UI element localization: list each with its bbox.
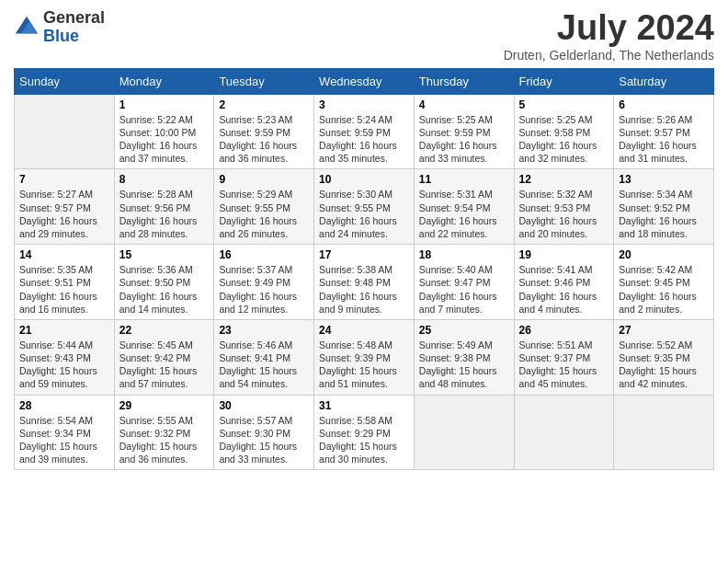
day-info: Sunrise: 5:23 AMSunset: 9:59 PMDaylight:… <box>219 113 309 166</box>
day-number: 25 <box>419 324 509 337</box>
day-number: 17 <box>319 248 409 261</box>
day-number: 10 <box>319 173 409 186</box>
day-number: 29 <box>119 399 210 412</box>
logo: General Blue <box>14 9 105 46</box>
calendar-cell: 1Sunrise: 5:22 AMSunset: 10:00 PMDayligh… <box>114 94 214 169</box>
calendar-cell: 23Sunrise: 5:46 AMSunset: 9:41 PMDayligh… <box>214 319 314 395</box>
calendar-cell: 14Sunrise: 5:35 AMSunset: 9:51 PMDayligh… <box>15 245 115 320</box>
day-info: Sunrise: 5:22 AMSunset: 10:00 PMDaylight… <box>119 113 210 166</box>
day-info: Sunrise: 5:25 AMSunset: 9:58 PMDaylight:… <box>519 113 609 166</box>
calendar-cell: 2Sunrise: 5:23 AMSunset: 9:59 PMDaylight… <box>214 94 314 169</box>
logo-general: General <box>43 9 105 28</box>
day-info: Sunrise: 5:55 AMSunset: 9:32 PMDaylight:… <box>119 414 210 466</box>
calendar-cell: 16Sunrise: 5:37 AMSunset: 9:49 PMDayligh… <box>214 245 314 320</box>
calendar-cell: 15Sunrise: 5:36 AMSunset: 9:50 PMDayligh… <box>114 245 214 320</box>
day-number: 7 <box>19 173 109 186</box>
day-number: 8 <box>119 173 210 186</box>
calendar-cell: 3Sunrise: 5:24 AMSunset: 9:59 PMDaylight… <box>314 94 415 169</box>
day-number: 28 <box>19 399 109 412</box>
calendar-cell: 8Sunrise: 5:28 AMSunset: 9:56 PMDaylight… <box>114 169 214 245</box>
calendar-cell: 24Sunrise: 5:48 AMSunset: 9:39 PMDayligh… <box>314 319 415 395</box>
day-info: Sunrise: 5:52 AMSunset: 9:35 PMDaylight:… <box>619 339 709 391</box>
calendar-cell: 28Sunrise: 5:54 AMSunset: 9:34 PMDayligh… <box>15 395 115 470</box>
calendar-cell <box>15 94 115 169</box>
day-info: Sunrise: 5:38 AMSunset: 9:48 PMDaylight:… <box>319 263 409 316</box>
calendar-cell: 10Sunrise: 5:30 AMSunset: 9:55 PMDayligh… <box>314 169 415 245</box>
calendar-cell: 29Sunrise: 5:55 AMSunset: 9:32 PMDayligh… <box>114 395 214 470</box>
logo-text: General Blue <box>43 9 105 46</box>
calendar-cell: 21Sunrise: 5:44 AMSunset: 9:43 PMDayligh… <box>15 319 115 395</box>
logo-blue: Blue <box>43 28 105 46</box>
day-info: Sunrise: 5:28 AMSunset: 9:56 PMDaylight:… <box>119 188 210 240</box>
day-info: Sunrise: 5:46 AMSunset: 9:41 PMDaylight:… <box>219 339 309 391</box>
day-info: Sunrise: 5:48 AMSunset: 9:39 PMDaylight:… <box>319 339 409 391</box>
month-title: July 2024 <box>504 9 714 48</box>
calendar-week-3: 14Sunrise: 5:35 AMSunset: 9:51 PMDayligh… <box>15 245 714 320</box>
calendar-week-2: 7Sunrise: 5:27 AMSunset: 9:57 PMDaylight… <box>15 169 714 245</box>
day-number: 5 <box>519 98 609 111</box>
day-info: Sunrise: 5:32 AMSunset: 9:53 PMDaylight:… <box>519 188 609 240</box>
day-info: Sunrise: 5:51 AMSunset: 9:37 PMDaylight:… <box>519 339 609 391</box>
day-number: 9 <box>219 173 309 186</box>
calendar-cell: 9Sunrise: 5:29 AMSunset: 9:55 PMDaylight… <box>214 169 314 245</box>
day-number: 19 <box>519 248 609 261</box>
day-info: Sunrise: 5:58 AMSunset: 9:29 PMDaylight:… <box>319 414 409 466</box>
day-number: 31 <box>319 399 409 412</box>
calendar-cell: 13Sunrise: 5:34 AMSunset: 9:52 PMDayligh… <box>614 169 714 245</box>
day-number: 16 <box>219 248 309 261</box>
calendar-week-4: 21Sunrise: 5:44 AMSunset: 9:43 PMDayligh… <box>15 319 714 395</box>
calendar-cell: 25Sunrise: 5:49 AMSunset: 9:38 PMDayligh… <box>414 319 514 395</box>
day-number: 13 <box>619 173 709 186</box>
calendar-cell: 31Sunrise: 5:58 AMSunset: 9:29 PMDayligh… <box>314 395 415 470</box>
calendar-cell: 6Sunrise: 5:26 AMSunset: 9:57 PMDaylight… <box>614 94 714 169</box>
day-info: Sunrise: 5:40 AMSunset: 9:47 PMDaylight:… <box>419 263 509 316</box>
day-number: 4 <box>419 98 509 111</box>
day-info: Sunrise: 5:31 AMSunset: 9:54 PMDaylight:… <box>419 188 509 240</box>
col-saturday: Saturday <box>614 68 714 94</box>
calendar-cell: 22Sunrise: 5:45 AMSunset: 9:42 PMDayligh… <box>114 319 214 395</box>
day-info: Sunrise: 5:25 AMSunset: 9:59 PMDaylight:… <box>419 113 509 166</box>
day-info: Sunrise: 5:41 AMSunset: 9:46 PMDaylight:… <box>519 263 609 316</box>
day-number: 26 <box>519 324 609 337</box>
day-info: Sunrise: 5:45 AMSunset: 9:42 PMDaylight:… <box>119 339 210 391</box>
day-info: Sunrise: 5:26 AMSunset: 9:57 PMDaylight:… <box>619 113 709 166</box>
calendar-week-5: 28Sunrise: 5:54 AMSunset: 9:34 PMDayligh… <box>15 395 714 470</box>
col-wednesday: Wednesday <box>314 68 415 94</box>
calendar-cell: 18Sunrise: 5:40 AMSunset: 9:47 PMDayligh… <box>414 245 514 320</box>
calendar-cell <box>514 395 614 470</box>
calendar-cell: 30Sunrise: 5:57 AMSunset: 9:30 PMDayligh… <box>214 395 314 470</box>
day-number: 20 <box>619 248 709 261</box>
day-number: 3 <box>319 98 409 111</box>
day-info: Sunrise: 5:24 AMSunset: 9:59 PMDaylight:… <box>319 113 409 166</box>
location: Druten, Gelderland, The Netherlands <box>504 48 714 63</box>
calendar-cell: 11Sunrise: 5:31 AMSunset: 9:54 PMDayligh… <box>414 169 514 245</box>
calendar-cell: 19Sunrise: 5:41 AMSunset: 9:46 PMDayligh… <box>514 245 614 320</box>
day-info: Sunrise: 5:49 AMSunset: 9:38 PMDaylight:… <box>419 339 509 391</box>
day-number: 22 <box>119 324 210 337</box>
calendar-cell <box>614 395 714 470</box>
calendar-cell: 12Sunrise: 5:32 AMSunset: 9:53 PMDayligh… <box>514 169 614 245</box>
calendar-week-1: 1Sunrise: 5:22 AMSunset: 10:00 PMDayligh… <box>15 94 714 169</box>
col-monday: Monday <box>114 68 214 94</box>
day-info: Sunrise: 5:29 AMSunset: 9:55 PMDaylight:… <box>219 188 309 240</box>
day-info: Sunrise: 5:57 AMSunset: 9:30 PMDaylight:… <box>219 414 309 466</box>
day-info: Sunrise: 5:42 AMSunset: 9:45 PMDaylight:… <box>619 263 709 316</box>
calendar-cell: 27Sunrise: 5:52 AMSunset: 9:35 PMDayligh… <box>614 319 714 395</box>
calendar-body: 1Sunrise: 5:22 AMSunset: 10:00 PMDayligh… <box>15 94 714 469</box>
calendar-cell: 17Sunrise: 5:38 AMSunset: 9:48 PMDayligh… <box>314 245 415 320</box>
day-number: 12 <box>519 173 609 186</box>
day-info: Sunrise: 5:37 AMSunset: 9:49 PMDaylight:… <box>219 263 309 316</box>
col-friday: Friday <box>514 68 614 94</box>
day-number: 11 <box>419 173 509 186</box>
day-info: Sunrise: 5:27 AMSunset: 9:57 PMDaylight:… <box>19 188 109 240</box>
day-info: Sunrise: 5:36 AMSunset: 9:50 PMDaylight:… <box>119 263 210 316</box>
day-info: Sunrise: 5:34 AMSunset: 9:52 PMDaylight:… <box>619 188 709 240</box>
title-block: July 2024 Druten, Gelderland, The Nether… <box>504 9 714 63</box>
col-sunday: Sunday <box>15 68 115 94</box>
col-tuesday: Tuesday <box>214 68 314 94</box>
day-number: 6 <box>619 98 709 111</box>
calendar-cell <box>414 395 514 470</box>
day-number: 18 <box>419 248 509 261</box>
calendar-table: Sunday Monday Tuesday Wednesday Thursday… <box>14 68 714 470</box>
calendar-cell: 26Sunrise: 5:51 AMSunset: 9:37 PMDayligh… <box>514 319 614 395</box>
